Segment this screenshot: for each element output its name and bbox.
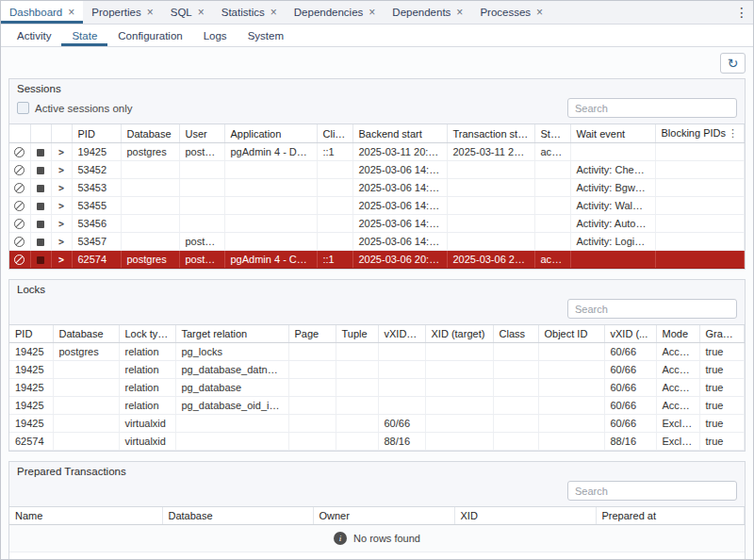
prepared-search-input[interactable] (567, 481, 737, 501)
refresh-button[interactable]: ↻ (720, 53, 746, 74)
lock-cell: relation (119, 343, 175, 361)
expand-row-cell[interactable]: > (51, 215, 72, 233)
lock-cell (378, 397, 425, 415)
lock-row[interactable]: 19425postgresrelationpg_locks60/66Acces.… (9, 343, 745, 361)
lock-cell (336, 433, 378, 451)
lock-cell (425, 415, 493, 433)
tab-processes[interactable]: Processes× (471, 1, 551, 24)
tab-close-icon[interactable]: × (198, 7, 205, 18)
lock-row[interactable]: 19425relationpg_database_datname_ind...6… (9, 361, 745, 379)
column-header-pid: PID (9, 325, 53, 343)
expand-row-cell[interactable]: > (51, 233, 72, 251)
cancel-session-cell[interactable] (9, 251, 30, 269)
expand-row-cell[interactable]: > (51, 251, 72, 269)
cancel-session-icon[interactable] (14, 165, 25, 175)
session-row[interactable]: >534522025-03-06 14:10:11 ...Activity: C… (9, 161, 745, 179)
lock-row[interactable]: 62574virtualxid88/1688/16Exclusi...true (9, 433, 745, 451)
cancel-session-cell[interactable] (9, 161, 30, 179)
cancel-session-cell[interactable] (9, 215, 30, 233)
cancel-session-icon[interactable] (14, 147, 25, 157)
tab-close-icon[interactable]: × (68, 7, 74, 18)
tab-dashboard[interactable]: Dashboard× (1, 1, 83, 24)
sessions-search-input[interactable] (567, 98, 737, 118)
terminate-session-cell[interactable] (30, 251, 51, 269)
window-tabs: Dashboard×Properties×SQL×Statistics×Depe… (1, 1, 730, 24)
lock-row[interactable]: 19425relationpg_database_oid_index60/66A… (9, 397, 745, 415)
subtab-state[interactable]: State (61, 25, 107, 46)
terminate-session-cell[interactable] (30, 179, 51, 197)
tab-statistics[interactable]: Statistics× (213, 1, 286, 24)
expand-row-icon[interactable]: > (58, 183, 64, 193)
subtab-activity[interactable]: Activity (7, 25, 61, 46)
expand-row-icon[interactable]: > (58, 201, 64, 211)
active-sessions-checkbox[interactable]: Active sessions only (17, 102, 133, 114)
prepared-section: Prepared Transactions NameDatabaseOwnerX… (8, 461, 746, 560)
tab-dependents[interactable]: Dependents× (384, 1, 471, 24)
terminate-session-icon[interactable] (37, 221, 44, 228)
lock-row[interactable]: 19425virtualxid60/6660/66Exclusi...true (9, 415, 745, 433)
lock-cell (538, 361, 604, 379)
expand-row-icon[interactable]: > (58, 219, 64, 229)
locks-search-input[interactable] (567, 299, 737, 319)
cancel-session-icon[interactable] (14, 201, 25, 211)
terminate-session-icon[interactable] (37, 203, 44, 210)
tab-close-icon[interactable]: × (270, 7, 277, 18)
column-menu-icon[interactable]: ⋮ (728, 127, 738, 140)
panel-menu-icon[interactable]: ⋮ (730, 1, 753, 24)
expand-row-icon[interactable]: > (58, 237, 64, 247)
cancel-session-icon[interactable] (14, 183, 25, 193)
session-cell: Activity: BgwriterHib... (570, 179, 655, 197)
terminate-session-icon[interactable] (37, 185, 44, 192)
tab-close-icon[interactable]: × (456, 7, 463, 18)
tab-close-icon[interactable]: × (147, 7, 154, 18)
lock-cell: 19425 (9, 343, 53, 361)
cancel-session-icon[interactable] (14, 219, 25, 229)
cancel-session-cell[interactable] (9, 179, 30, 197)
expand-row-cell[interactable]: > (51, 161, 72, 179)
lock-row[interactable]: 19425relationpg_database60/66Acces...tru… (9, 379, 745, 397)
subtab-system[interactable]: System (238, 25, 294, 46)
session-row[interactable]: >53457postgr...2025-03-06 14:10:11 ...Ac… (9, 233, 745, 251)
session-row[interactable]: >534552025-03-06 14:10:11 ...Activity: W… (9, 197, 745, 215)
cancel-session-cell[interactable] (9, 233, 30, 251)
session-cell (179, 215, 224, 233)
tab-sql[interactable]: SQL× (162, 1, 213, 24)
session-cell: 2025-03-06 14:10:11 ... (352, 233, 447, 251)
session-row[interactable]: >534562025-03-06 14:10:11 ...Activity: A… (9, 215, 745, 233)
session-row[interactable]: >534532025-03-06 14:10:11 ...Activity: B… (9, 179, 745, 197)
expand-row-icon[interactable]: > (58, 147, 64, 157)
session-cell: 53452 (72, 161, 121, 179)
cancel-session-icon[interactable] (14, 237, 25, 247)
terminate-session-icon[interactable] (37, 149, 44, 156)
expand-row-icon[interactable]: > (58, 165, 64, 175)
tab-close-icon[interactable]: × (369, 7, 375, 18)
terminate-session-icon[interactable] (37, 239, 44, 246)
subtab-logs[interactable]: Logs (193, 25, 238, 46)
subtab-configuration[interactable]: Configuration (107, 25, 192, 46)
tab-close-icon[interactable]: × (536, 7, 543, 18)
checkbox-box[interactable] (17, 102, 29, 114)
locks-title: Locks (9, 280, 745, 297)
lock-cell: relation (119, 379, 175, 397)
expand-row-cell[interactable]: > (51, 179, 72, 197)
expand-row-cell[interactable]: > (51, 197, 72, 215)
tab-dependencies[interactable]: Dependencies× (286, 1, 385, 24)
session-row[interactable]: >19425postgrespostgr...pgAdmin 4 - DB:po… (9, 143, 745, 161)
column-header-database: Database (121, 124, 179, 143)
terminate-session-icon[interactable] (37, 256, 44, 264)
cancel-session-cell[interactable] (9, 197, 30, 215)
expand-row-cell[interactable]: > (51, 143, 72, 161)
session-cell: 53456 (72, 215, 121, 233)
terminate-session-cell[interactable] (30, 233, 51, 251)
terminate-session-cell[interactable] (30, 215, 51, 233)
terminate-session-cell[interactable] (30, 143, 51, 161)
cancel-session-icon[interactable] (14, 255, 25, 265)
terminate-session-icon[interactable] (37, 167, 44, 174)
tab-properties[interactable]: Properties× (83, 1, 161, 24)
terminate-session-cell[interactable] (30, 197, 51, 215)
terminate-session-cell[interactable] (30, 161, 51, 179)
expand-row-icon[interactable]: > (58, 255, 64, 265)
cancel-session-cell[interactable] (9, 143, 30, 161)
lock-cell (288, 379, 336, 397)
session-row[interactable]: >62574postgrespostgr...pgAdmin 4 - CONN:… (9, 251, 745, 269)
